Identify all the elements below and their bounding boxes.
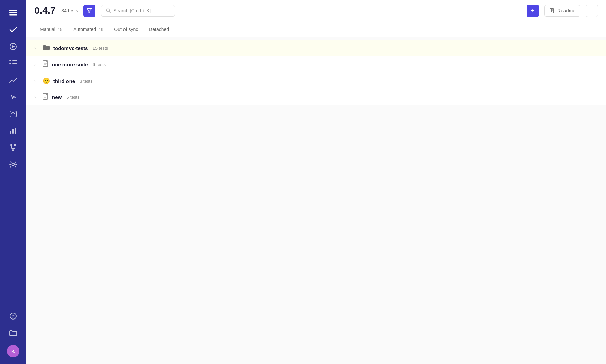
check-icon[interactable] xyxy=(6,22,21,37)
suite-count-new: 6 tests xyxy=(66,95,79,100)
folder-icon[interactable] xyxy=(6,326,21,340)
svg-rect-13 xyxy=(10,131,11,134)
tab-manual-count: 15 xyxy=(58,27,62,32)
emoji-suite-icon: 🙂 xyxy=(43,77,50,85)
svg-rect-7 xyxy=(9,63,11,64)
readme-button[interactable]: Readme xyxy=(544,5,580,17)
suite-name-new: new xyxy=(52,94,62,100)
list-icon[interactable] xyxy=(6,56,21,71)
svg-rect-14 xyxy=(12,129,14,134)
svg-rect-10 xyxy=(12,66,17,66)
suite-name-one-more: one more suite xyxy=(52,62,88,67)
suite-row-new[interactable]: › new 6 tests xyxy=(26,89,606,105)
svg-rect-31 xyxy=(43,61,48,67)
tab-automated-count: 19 xyxy=(99,27,103,32)
tab-automated-label: Automated xyxy=(73,27,96,32)
svg-rect-5 xyxy=(9,60,11,61)
svg-point-22 xyxy=(12,163,15,166)
chart-icon[interactable] xyxy=(6,123,21,138)
svg-rect-8 xyxy=(12,63,17,64)
fork-icon[interactable] xyxy=(6,140,21,155)
search-placeholder: Search [Cmd + K] xyxy=(113,8,151,13)
suite-list: › todomvc-tests 15 tests › one more suit… xyxy=(26,37,606,364)
svg-rect-1 xyxy=(9,12,17,13)
sidebar: ? K xyxy=(0,0,26,364)
search-box[interactable]: Search [Cmd + K] xyxy=(101,5,175,17)
tab-manual-label: Manual xyxy=(40,27,55,32)
readme-label: Readme xyxy=(557,8,575,13)
help-icon[interactable]: ? xyxy=(6,309,21,324)
svg-rect-34 xyxy=(43,93,48,99)
tab-manual[interactable]: Manual 15 xyxy=(34,22,68,37)
header: 0.4.7 34 tests Search [Cmd + K] + Readme xyxy=(26,0,606,22)
tab-automated[interactable]: Automated 19 xyxy=(68,22,109,37)
suite-count-todomvc: 15 tests xyxy=(93,46,108,51)
suite-count-third-one: 3 tests xyxy=(80,79,92,84)
trending-icon[interactable] xyxy=(6,73,21,88)
svg-rect-6 xyxy=(12,60,17,61)
readme-icon xyxy=(549,8,555,13)
suite-row-todomvc[interactable]: › todomvc-tests 15 tests xyxy=(26,40,606,56)
suite-name-third-one: third one xyxy=(53,78,75,84)
version-label: 0.4.7 xyxy=(34,5,55,16)
main-content: 0.4.7 34 tests Search [Cmd + K] + Readme xyxy=(26,0,606,364)
user-avatar[interactable]: K xyxy=(7,345,19,357)
settings-icon[interactable] xyxy=(6,157,21,172)
svg-point-16 xyxy=(11,144,12,146)
folder-suite-icon xyxy=(43,44,50,52)
tab-out-of-sync[interactable]: Out of sync xyxy=(109,22,143,37)
suite-count-one-more: 6 tests xyxy=(93,62,106,67)
svg-line-26 xyxy=(109,12,111,13)
filter-button[interactable] xyxy=(83,5,95,17)
svg-text:?: ? xyxy=(12,314,15,319)
suite-row-one-more[interactable]: › one more suite 6 tests xyxy=(26,56,606,73)
svg-marker-4 xyxy=(12,45,15,48)
tab-detached-label: Detached xyxy=(149,27,169,32)
svg-rect-15 xyxy=(15,128,16,134)
file-suite-icon-new xyxy=(43,93,49,101)
chevron-icon: › xyxy=(34,79,39,83)
tab-detached[interactable]: Detached xyxy=(143,22,174,37)
svg-point-18 xyxy=(12,150,14,151)
chevron-icon: › xyxy=(34,46,39,51)
chevron-icon: › xyxy=(34,95,39,100)
file-suite-icon xyxy=(43,60,49,69)
total-test-count: 34 tests xyxy=(61,8,78,13)
svg-point-17 xyxy=(14,144,16,146)
search-icon xyxy=(106,8,111,13)
activity-icon[interactable] xyxy=(6,90,21,104)
svg-rect-2 xyxy=(9,14,17,16)
suite-name-todomvc: todomvc-tests xyxy=(53,45,88,51)
menu-icon[interactable] xyxy=(6,5,21,20)
svg-rect-9 xyxy=(9,66,11,66)
more-button[interactable]: ··· xyxy=(586,5,598,17)
export-icon[interactable] xyxy=(6,107,21,121)
tabs-bar: Manual 15 Automated 19 Out of sync Detac… xyxy=(26,22,606,37)
chevron-icon: › xyxy=(34,62,39,67)
tab-out-of-sync-label: Out of sync xyxy=(114,27,138,32)
play-icon[interactable] xyxy=(6,39,21,54)
svg-rect-0 xyxy=(9,10,17,11)
add-button[interactable]: + xyxy=(527,5,539,17)
suite-row-third-one[interactable]: › 🙂 third one 3 tests xyxy=(26,73,606,89)
